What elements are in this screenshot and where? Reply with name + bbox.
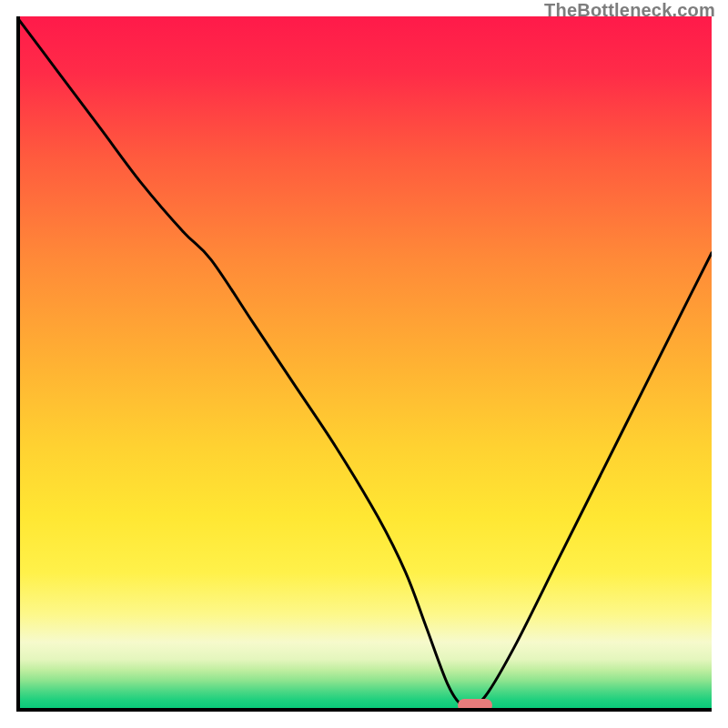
bottleneck-curve — [16, 16, 712, 712]
watermark-label: TheBottleneck.com — [544, 0, 715, 21]
plot-area — [16, 16, 712, 712]
optimal-marker — [458, 699, 492, 712]
bottleneck-chart: TheBottleneck.com — [0, 0, 728, 728]
